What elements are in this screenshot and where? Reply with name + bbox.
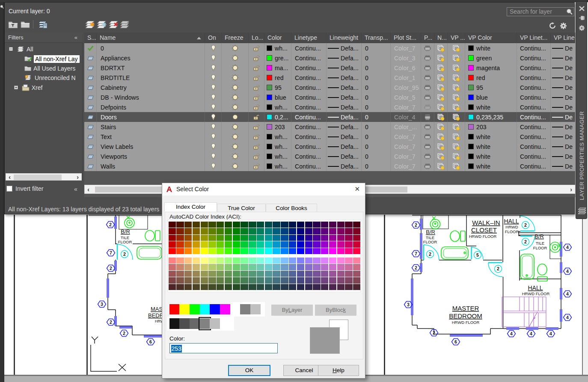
svg-text:2: 2 xyxy=(110,266,112,271)
svg-text:MAS: MAS xyxy=(151,306,163,312)
svg-text:HRWD FLOOR: HRWD FLOOR xyxy=(452,320,480,325)
svg-text:TILE: TILE xyxy=(121,235,129,240)
svg-text:TILE: TILE xyxy=(536,241,544,246)
svg-text:6: 6 xyxy=(149,339,152,344)
svg-text:FLOOR: FLOOR xyxy=(533,246,547,250)
svg-text:WALK–IN: WALK–IN xyxy=(472,219,500,226)
svg-text:2: 2 xyxy=(123,252,126,257)
svg-text:MASTER: MASTER xyxy=(452,305,479,312)
svg-text:7: 7 xyxy=(415,251,417,256)
svg-text:4: 4 xyxy=(549,331,552,336)
svg-text:HRWD FLOOR: HRWD FLOOR xyxy=(469,234,497,239)
svg-text:HRWD FLOOR: HRWD FLOOR xyxy=(522,291,550,296)
svg-text:4: 4 xyxy=(566,245,569,250)
svg-text:2: 2 xyxy=(123,331,125,336)
svg-text:4: 4 xyxy=(510,331,513,336)
svg-text:HALL: HALL xyxy=(528,284,543,291)
svg-text:2: 2 xyxy=(110,320,112,325)
svg-text:4: 4 xyxy=(566,315,569,320)
svg-text:2: 2 xyxy=(524,239,527,244)
svg-text:FLOOR: FLOOR xyxy=(118,240,132,244)
svg-text:2: 2 xyxy=(109,222,112,227)
svg-text:B/R: B/R xyxy=(121,228,130,235)
svg-text:5: 5 xyxy=(476,252,479,258)
svg-text:4: 4 xyxy=(566,269,569,274)
svg-text:BEDROOM: BEDROOM xyxy=(449,312,482,320)
svg-text:3: 3 xyxy=(101,302,103,307)
svg-text:2: 2 xyxy=(415,265,417,270)
svg-text:2: 2 xyxy=(429,252,431,257)
svg-text:2: 2 xyxy=(415,222,417,228)
svg-text:B/R: B/R xyxy=(426,229,435,235)
svg-text:4: 4 xyxy=(530,331,532,336)
svg-text:HALL: HALL xyxy=(504,218,519,225)
svg-text:FLOOR: FLOOR xyxy=(423,240,437,244)
svg-text:4: 4 xyxy=(566,291,569,296)
svg-text:3: 3 xyxy=(407,302,410,307)
svg-text:7: 7 xyxy=(110,250,112,255)
svg-text:2: 2 xyxy=(433,330,435,335)
svg-text:2: 2 xyxy=(497,266,499,271)
svg-text:FLOOR: FLOOR xyxy=(505,229,519,234)
svg-text:BEDR: BEDR xyxy=(148,312,163,319)
svg-text:CLOSET: CLOSET xyxy=(471,226,497,234)
svg-text:2: 2 xyxy=(524,222,527,228)
svg-text:HRWD: HRWD xyxy=(505,225,518,229)
svg-text:B/R: B/R xyxy=(535,233,544,240)
svg-text:6: 6 xyxy=(454,339,457,344)
